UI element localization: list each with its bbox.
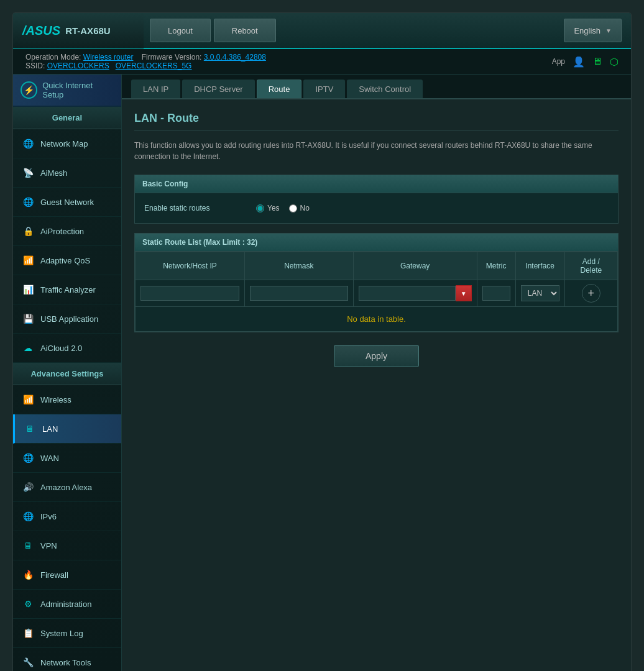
model-name: RT-AX68U [65,25,111,36]
enable-static-routes-label: Enable static routes [144,204,256,212]
static-route-table-section: Static Route List (Max Limit : 32) Netwo… [134,233,619,332]
gateway-input[interactable] [359,286,456,301]
sidebar-item-network-tools[interactable]: 🔧 Network Tools [13,648,121,671]
enable-static-routes-row: Enable static routes Yes No [144,201,609,216]
tab-switch-control[interactable]: Switch Control [347,80,423,98]
interface-select[interactable]: LAN WAN [521,285,559,301]
add-delete-cell: + [564,280,617,307]
sidebar-item-firewall[interactable]: 🔥 Firewall [13,560,121,590]
tab-lan-ip[interactable]: LAN IP [131,80,180,98]
aimesh-icon: 📡 [21,165,35,180]
yes-radio-label[interactable]: Yes [256,204,280,212]
sidebar-item-label: AiCloud 2.0 [40,344,82,353]
basic-config-section: Basic Config Enable static routes Yes [134,175,619,224]
system-log-icon: 📋 [21,626,35,641]
sidebar-item-label: Guest Network [40,198,94,207]
route-table: Network/Host IP Netmask Gateway Metric I… [135,252,618,332]
sidebar-item-label: AiProtection [40,227,84,236]
sidebar-item-traffic-analyzer[interactable]: 📊 Traffic Analyzer [13,275,121,304]
sidebar-item-label: Traffic Analyzer [40,285,96,294]
tab-dhcp-server[interactable]: DHCP Server [182,80,255,98]
monitor-icon[interactable]: 🖥 [592,56,602,67]
info-bar-left: Operation Mode: Wireless router Firmware… [25,53,266,70]
sidebar-item-aimesh[interactable]: 📡 AiMesh [13,158,121,188]
general-header: General [13,107,121,129]
operation-mode-link[interactable]: Wireless router [83,53,134,62]
firmware-version-link[interactable]: 3.0.0.4.386_42808 [204,53,266,62]
tab-iptv[interactable]: IPTV [303,80,345,98]
apply-button-wrapper: Apply [134,345,619,367]
sidebar-item-ipv6[interactable]: 🌐 IPv6 [13,502,121,531]
sidebar-item-label: IPv6 [40,512,57,521]
sidebar-item-system-log[interactable]: 📋 System Log [13,619,121,648]
ssid2-link[interactable]: OVERCLOCKERS_5G [116,62,192,70]
no-data-message: No data in table. [136,307,618,332]
basic-config-body: Enable static routes Yes No [135,193,618,223]
interface-cell: LAN WAN [515,280,564,307]
col-interface: Interface [515,252,564,280]
col-metric: Metric [477,252,515,280]
basic-config-header: Basic Config [135,175,618,193]
sidebar-item-aicloud[interactable]: ☁ AiCloud 2.0 [13,334,121,363]
sidebar-item-wan[interactable]: 🌐 WAN [13,444,121,473]
tab-route[interactable]: Route [257,80,302,98]
sidebar-item-usb-application[interactable]: 💾 USB Application [13,304,121,334]
language-button[interactable]: English ▼ [564,19,622,42]
usb-icon[interactable]: ⬡ [610,56,619,68]
gateway-cell: ▼ [353,280,477,307]
sidebar-item-label: Wireless [40,395,71,404]
gateway-dropdown-button[interactable]: ▼ [456,285,472,301]
sidebar-item-administration[interactable]: ⚙ Administration [13,590,121,619]
yes-radio[interactable] [256,204,264,212]
ssid1-link[interactable]: OVERCLOCKERS [47,62,109,70]
no-label: No [300,204,310,212]
sidebar-item-quick-setup[interactable]: ⚡ Quick Internet Setup [13,75,121,107]
network-tools-icon: 🔧 [21,655,35,670]
netmask-input[interactable] [250,286,348,301]
no-radio-label[interactable]: No [289,204,310,212]
sidebar-item-label: AiMesh [40,168,67,178]
logout-button[interactable]: Logout [150,19,211,42]
user-icon[interactable]: 👤 [573,56,585,68]
top-bar: /ASUS RT-AX68U Logout Reboot English ▼ [13,13,631,49]
sidebar-item-label: WAN [40,454,59,463]
reboot-button[interactable]: Reboot [214,19,276,42]
sidebar-item-wireless[interactable]: 📶 Wireless [13,385,121,414]
metric-cell [477,280,515,307]
col-add-delete: Add / Delete [564,252,617,280]
metric-input[interactable] [482,286,510,301]
sidebar-item-adaptive-qos[interactable]: 📶 Adaptive QoS [13,246,121,275]
firewall-icon: 🔥 [21,567,35,582]
sidebar-item-vpn[interactable]: 🖥 VPN [13,531,121,560]
content-area: ⚡ Quick Internet Setup General 🌐 Network… [13,75,631,671]
yes-label: Yes [267,204,280,212]
enable-static-routes-radio-group: Yes No [256,204,310,212]
page-title: LAN - Route [134,112,619,130]
advanced-header: Advanced Settings [13,363,121,385]
static-route-table-header: Static Route List (Max Limit : 32) [135,234,618,252]
language-selector[interactable]: English ▼ [564,19,622,42]
network-ip-cell [136,280,245,307]
no-radio[interactable] [289,204,297,212]
traffic-analyzer-icon: 📊 [21,282,35,297]
sidebar-item-label: Firewall [40,570,68,580]
adaptive-qos-icon: 📶 [21,253,35,268]
sidebar-item-label: USB Application [40,314,98,324]
apply-button[interactable]: Apply [334,345,419,367]
wireless-icon: 📶 [21,392,35,407]
quick-setup-icon: ⚡ [21,81,37,99]
top-nav: Logout Reboot English ▼ [144,12,631,48]
sidebar-item-network-map[interactable]: 🌐 Network Map [13,129,121,158]
sidebar-item-label: LAN [42,424,58,434]
page-description: This function allows you to add routing … [134,140,619,162]
add-route-button[interactable]: + [582,284,600,303]
sidebar-item-amazon-alexa[interactable]: 🔊 Amazon Alexa [13,473,121,502]
main-panel: LAN IP DHCP Server Route IPTV Switch Con… [122,75,631,671]
app-label: App [552,57,565,66]
sidebar-item-lan[interactable]: 🖥 LAN [13,414,121,444]
sidebar-item-guest-network[interactable]: 🌐 Guest Network [13,188,121,217]
asus-logo: /ASUS [22,24,60,38]
sidebar-item-aiprotection[interactable]: 🔒 AiProtection [13,217,121,246]
input-row: ▼ LAN WAN [136,280,618,307]
network-ip-input[interactable] [140,286,239,301]
